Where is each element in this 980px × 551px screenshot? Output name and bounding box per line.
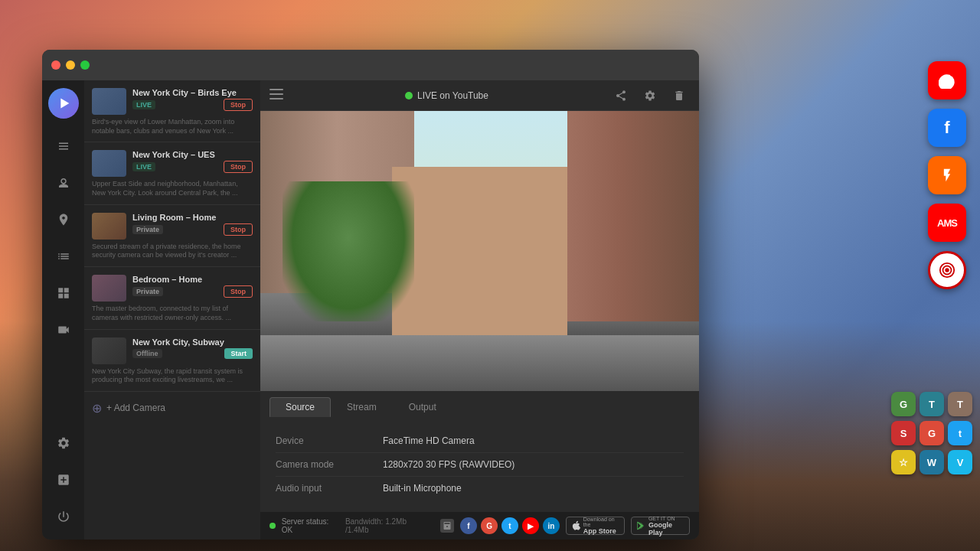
app-window: New York City – Birds Eye LIVE Stop Bird… [42,50,699,540]
settings-button[interactable] [639,85,661,106]
live-dot [405,92,413,99]
sidebar-item-cameras[interactable] [48,168,79,198]
camera-thumb-ues [92,150,126,177]
mini-icon-red[interactable]: S [891,421,916,445]
google-play-badge[interactable]: GET IT ON Google Play [631,517,690,535]
sidebar-item-book[interactable] [48,131,79,161]
apple-app-store-badge[interactable]: Download on the App Store [566,517,625,535]
camera-start-btn-4[interactable]: Start [224,348,253,359]
live-indicator: LIVE on YouTube [405,90,488,101]
add-camera-label: + Add Camera [106,403,165,413]
mini-icon-vimeo[interactable]: V [948,450,972,474]
sidebar-item-location[interactable] [48,204,79,235]
dock-facebook[interactable]: f [928,109,966,147]
camera-name-1: New York City – UES [132,150,253,159]
camera-item-living-room[interactable]: Living Room – Home Private Stop Secured … [84,205,260,267]
building-right [567,111,699,321]
camera-status-4: Offline [132,349,162,358]
camera-desc-1: Upper East Side and neighborhood, Manhat… [92,180,253,197]
camera-stop-btn-3[interactable]: Stop [224,285,253,298]
road [260,335,699,391]
audio-input-value: Built-in Microphone [383,483,462,494]
social-icons: f G t ▶ in [460,517,560,534]
detail-row-camera-mode: Camera mode 980x551 30 FPS (RAWVIDEO) [276,453,684,477]
status-bar: Server status: OK Bandwidth: 1.2Mb /1.4M… [260,512,699,540]
camera-thumb-birds-eye [92,88,126,115]
mini-icon-gplus[interactable]: G [920,421,944,445]
camera-item-birds-eye[interactable]: New York City – Birds Eye LIVE Stop Bird… [84,80,260,142]
sidebar-item-list[interactable] [48,241,79,272]
svg-rect-3 [270,98,283,99]
sidebar-item-video[interactable] [48,315,79,345]
camera-item-ues[interactable]: New York City – UES LIVE Stop Upper East… [84,142,260,204]
social-linkedin[interactable]: in [543,517,560,534]
dock-lightning[interactable] [928,156,966,194]
panel-tabs: Source Stream Output [260,391,699,417]
dock-ams[interactable]: AMS [928,204,966,242]
details-panel: Device FaceTime HD Camera Camera mode 12… [260,417,699,512]
sidebar-item-settings[interactable] [48,428,79,458]
svg-rect-1 [270,89,283,90]
camera-name-0: New York City – Birds Eye [132,88,253,97]
add-camera-button[interactable]: ⊕ + Add Camera [84,392,260,425]
camera-mode-label: Camera mode [276,459,383,470]
camera-stop-btn-0[interactable]: Stop [224,99,253,111]
camera-name-4: New York City, Subway [132,337,253,347]
right-panel: LIVE on YouTube [260,80,699,540]
mini-dock-row-2: S G t [891,421,972,445]
mini-icon-wordpress[interactable]: W [920,450,944,474]
social-youtube[interactable]: ▶ [522,517,539,534]
title-bar [42,50,699,80]
server-status-dot [270,523,276,529]
bottom-right-dock: G T T S G t ☆ W V [891,392,972,474]
audio-input-label: Audio input [276,483,383,494]
mini-icon-teal[interactable]: T [920,392,944,416]
minimize-button[interactable] [66,60,75,70]
tab-output[interactable]: Output [393,397,452,417]
camera-status-0: LIVE [132,100,155,109]
apple-badge-main: App Store [583,527,619,535]
camera-desc-3: The master bedroom, connected to my list… [92,305,253,322]
sidebar-item-power[interactable] [48,501,79,532]
status-bar-right: f G t ▶ in Download on the [460,517,690,535]
dock-youtube[interactable] [928,61,966,99]
menu-icon[interactable] [270,89,283,103]
add-camera-icon: ⊕ [92,401,102,416]
mini-icon-yellow[interactable]: ☆ [891,450,916,474]
svg-marker-0 [60,99,69,109]
app-logo[interactable] [48,88,79,119]
dock-target[interactable] [928,251,966,289]
street-scene-bg [260,111,699,391]
sidebar-item-grid[interactable] [48,278,79,308]
social-facebook[interactable]: f [460,517,477,534]
mini-icon-green[interactable]: G [891,392,916,416]
sidebar-icons [42,80,84,540]
camera-item-subway[interactable]: New York City, Subway Offline Start New … [84,330,260,392]
traffic-lights [51,60,90,70]
tab-stream[interactable]: Stream [331,397,393,417]
social-googleplus[interactable]: G [481,517,498,534]
camera-thumb-bedroom [92,275,126,302]
camera-stop-btn-2[interactable]: Stop [224,223,253,236]
maximize-button[interactable] [80,60,90,70]
camera-desc-2: Secured stream of a private residence, t… [92,243,253,260]
toolbar: LIVE on YouTube [260,80,699,111]
live-status-text: LIVE on YouTube [417,90,488,101]
camera-stop-btn-1[interactable]: Stop [224,161,253,173]
desktop: New York City – Birds Eye LIVE Stop Bird… [0,0,980,551]
delete-button[interactable] [668,85,690,106]
camera-status-3: Private [132,287,163,296]
share-button[interactable] [610,85,632,106]
google-badge-main: Google Play [648,521,684,536]
close-button[interactable] [51,60,60,70]
apple-badge-sub: Download on the [583,517,619,527]
camera-item-bedroom[interactable]: Bedroom – Home Private Stop The master b… [84,267,260,329]
social-twitter[interactable]: t [501,517,518,534]
mini-icon-twitter[interactable]: t [948,421,972,445]
sidebar-item-plus[interactable] [48,465,79,495]
hdd-icon[interactable] [440,519,454,533]
mini-icon-brown[interactable]: T [948,392,972,416]
mini-dock-row-1: G T T [891,392,972,416]
tab-source[interactable]: Source [270,397,331,417]
google-badge-sub: GET IT ON [648,516,684,521]
